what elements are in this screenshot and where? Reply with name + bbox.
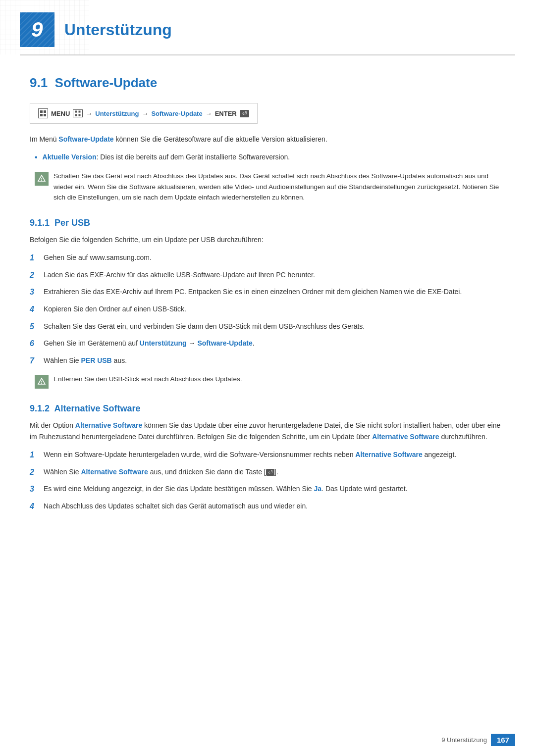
bullet-label-aktuelle: Aktuelle Version: Dies ist die bereits a…	[43, 151, 290, 162]
section-911-title: 9.1.1 Per USB	[30, 218, 505, 228]
svg-rect-3	[40, 114, 43, 116]
menu-icon	[38, 108, 48, 118]
enter-icon: ⏎	[240, 110, 249, 117]
alt-software-bold-2: Alternative Software	[372, 433, 439, 441]
svg-rect-6	[79, 111, 81, 113]
section-91-intro: Im Menü Software-Update können Sie die G…	[30, 134, 505, 145]
step-911-7: 7 Wählen Sie PER USB aus.	[30, 355, 505, 367]
menu-path-box: MENU → Unterstützung → Software-Update →…	[30, 103, 258, 124]
step-911-6: 6 Gehen Sie im Gerätemenü auf Unterstütz…	[30, 338, 505, 350]
section-912-intro: Mit der Option Alternative Software könn…	[30, 420, 505, 442]
menu-item-1: Unterstützung	[95, 110, 139, 117]
bullet-list: Aktuelle Version: Dies ist die bereits a…	[35, 151, 505, 164]
section-91-number: 9.1	[30, 75, 48, 90]
chapter-number: 9	[31, 18, 43, 42]
step-912-3: 3 Es wird eine Meldung angezeigt, in der…	[30, 483, 505, 496]
grid-icon-box	[73, 109, 83, 117]
footer-page-number: 167	[491, 734, 515, 746]
menu-word: MENU	[51, 110, 70, 117]
section-912-number: 9.1.2	[30, 403, 50, 413]
menu-item-2: Software-Update	[151, 110, 202, 117]
section-912-title: 9.1.2 Alternative Software	[30, 403, 505, 414]
svg-point-10	[41, 180, 42, 181]
step-912-2: 2 Wählen Sie Alternative Software aus, u…	[30, 466, 505, 479]
step-912-4: 4 Nach Abschluss des Updates schaltet si…	[30, 501, 505, 513]
section-91-label: Software-Update	[55, 75, 158, 90]
section-911-intro: Befolgen Sie die folgenden Schritte, um …	[30, 234, 505, 245]
arrow-2: →	[142, 110, 148, 117]
step-911-5: 5 Schalten Sie das Gerät ein, und verbin…	[30, 321, 505, 333]
step-911-3: 3 Extrahieren Sie das EXE-Archiv auf Ihr…	[30, 286, 505, 299]
menu-enter: ENTER	[215, 110, 237, 117]
svg-rect-4	[44, 114, 46, 116]
section-91-title: 9.1 Software-Update	[30, 75, 505, 91]
note-text-2: Entfernen Sie den USB-Stick erst nach Ab…	[54, 374, 242, 385]
page-footer: 9 Unterstützung 167	[441, 734, 515, 746]
step-912-1: 1 Wenn ein Software-Update heruntergelad…	[30, 449, 505, 461]
alt-software-bold-1: Alternative Software	[75, 421, 142, 429]
step-911-1: 1 Gehen Sie auf www.samsung.com.	[30, 252, 505, 264]
chapter-header: 9 Unterstützung	[0, 0, 535, 54]
footer-chapter-text: 9 Unterstützung	[441, 736, 487, 744]
main-content: 9.1 Software-Update MENU	[0, 70, 535, 549]
step-911-4: 4 Kopieren Sie den Ordner auf einen USB-…	[30, 303, 505, 316]
arrow-3: →	[206, 110, 212, 117]
note-box-2: Entfernen Sie den USB-Stick erst nach Ab…	[35, 374, 505, 389]
note-text-1: Schalten Sie das Gerät erst nach Abschlu…	[54, 171, 505, 203]
svg-rect-7	[75, 114, 77, 116]
step-911-2: 2 Laden Sie das EXE-Archiv für das aktue…	[30, 269, 505, 282]
svg-rect-5	[75, 111, 77, 113]
chapter-number-box: 9	[20, 12, 54, 47]
svg-point-12	[41, 383, 42, 384]
section-divider	[20, 54, 515, 55]
section-912-steps: 1 Wenn ein Software-Update heruntergelad…	[30, 449, 505, 512]
page-container: 9 Unterstützung 9.1 Software-Update MENU	[0, 0, 535, 756]
section-911-steps: 1 Gehen Sie auf www.samsung.com. 2 Laden…	[30, 252, 505, 367]
section-911-number: 9.1.1	[30, 218, 50, 228]
arrow-1: →	[86, 110, 92, 117]
note-icon-1	[35, 172, 49, 186]
note-icon-2	[35, 375, 49, 389]
bullet-item-1: Aktuelle Version: Dies ist die bereits a…	[35, 151, 505, 164]
svg-rect-2	[44, 110, 46, 113]
section-911-label: Per USB	[54, 218, 90, 228]
section-912-label: Alternative Software	[54, 403, 140, 413]
svg-rect-8	[79, 114, 81, 116]
software-update-bold: Software-Update	[58, 135, 113, 143]
svg-rect-1	[40, 110, 43, 113]
note-box-1: Schalten Sie das Gerät erst nach Abschlu…	[35, 171, 505, 203]
